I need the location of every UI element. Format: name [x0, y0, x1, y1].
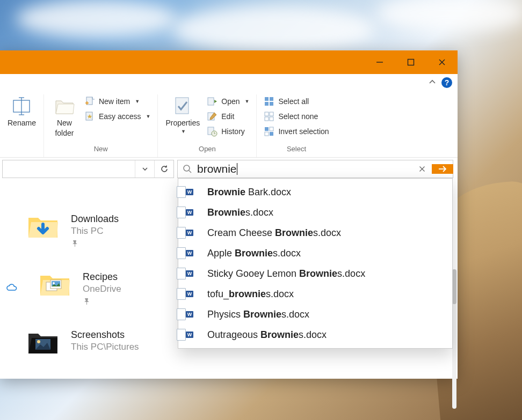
new-item-button[interactable]: New item ▼	[83, 95, 153, 107]
close-button[interactable]	[426, 50, 458, 74]
address-history-button[interactable]	[135, 160, 154, 178]
select-all-button[interactable]: Select all	[262, 95, 330, 107]
suggestion-item[interactable]: WSticky Gooey Lemon Brownies.docx	[178, 263, 452, 284]
history-button[interactable]: History	[205, 126, 251, 137]
folder-name: Recipes	[83, 271, 121, 283]
help-icon[interactable]: ?	[441, 77, 452, 88]
clear-search-button[interactable]	[412, 165, 432, 173]
word-document-icon: W	[186, 308, 198, 320]
word-document-icon: W	[186, 247, 198, 259]
file-explorer-window: ? Rename . New fold	[0, 50, 458, 379]
edit-label: Edit	[221, 112, 234, 121]
word-document-icon: W	[186, 268, 198, 279]
suggestion-text: Outrageous Brownies.docx	[207, 329, 327, 341]
pin-icon	[83, 298, 121, 307]
caret-down-icon: ▼	[135, 99, 140, 104]
history-icon	[207, 126, 218, 137]
properties-label: Properties	[165, 119, 200, 127]
easy-access-button[interactable]: Easy access ▼	[83, 110, 153, 122]
suggestion-item[interactable]: WOutrageous Brownies.docx	[178, 325, 452, 345]
rename-icon	[11, 95, 32, 117]
open-icon	[207, 96, 218, 107]
invert-selection-icon	[264, 126, 274, 137]
scrollbar[interactable]	[452, 269, 456, 409]
search-input[interactable]: brownie	[197, 163, 412, 175]
suggestion-item[interactable]: WCream Cheese Brownies.docx	[178, 223, 452, 243]
suggestion-text: Apple Brownies.docx	[207, 248, 301, 259]
select-none-icon	[264, 111, 274, 122]
open-button[interactable]: Open ▼	[205, 95, 251, 107]
suggestion-item[interactable]: WPhysics Brownies.docx	[178, 304, 452, 325]
folder-name: Downloads	[71, 213, 119, 225]
properties-button[interactable]: Properties ▼	[163, 94, 202, 135]
folder-icon	[27, 212, 59, 240]
new-folder-button[interactable]: New folder	[49, 94, 79, 138]
scrollbar-thumb[interactable]	[452, 269, 456, 304]
group-new-label: New	[94, 143, 108, 156]
svg-rect-11	[176, 98, 189, 114]
svg-point-39	[37, 340, 40, 343]
suggestion-item[interactable]: WApple Brownies.docx	[178, 243, 452, 263]
folder-icon	[39, 270, 71, 298]
edit-button[interactable]: Edit	[205, 110, 251, 122]
edit-icon	[207, 111, 218, 122]
titlebar	[0, 50, 458, 74]
svg-point-29	[184, 165, 190, 171]
rename-label: Rename	[8, 119, 36, 127]
word-document-icon: W	[186, 329, 198, 341]
suggestion-text: Sticky Gooey Lemon Brownies.docx	[207, 268, 365, 279]
svg-rect-22	[270, 112, 273, 116]
search-query-text: brownie	[197, 163, 237, 175]
search-go-button[interactable]	[432, 164, 453, 174]
svg-rect-19	[265, 102, 269, 106]
maximize-button[interactable]	[395, 50, 426, 74]
easy-access-label: Easy access	[99, 112, 141, 121]
caret-down-icon: ▼	[146, 114, 151, 119]
new-folder-icon	[54, 95, 75, 117]
invert-selection-button[interactable]: Invert selection	[262, 126, 330, 137]
svg-rect-18	[270, 97, 273, 101]
minimize-button[interactable]	[364, 50, 395, 74]
caret-down-icon: ▼	[245, 99, 250, 104]
svg-rect-20	[270, 102, 273, 106]
svg-rect-27	[265, 132, 269, 136]
svg-rect-1	[408, 60, 414, 65]
search-suggestions-popup: WBrownie Bark.docxWBrownies.docxWCream C…	[178, 178, 453, 349]
select-none-button[interactable]: Select none	[262, 110, 330, 122]
collapse-ribbon-button[interactable]	[429, 78, 436, 87]
select-all-label: Select all	[278, 97, 309, 106]
svg-point-37	[53, 282, 55, 284]
new-folder-label2: folder	[55, 129, 74, 137]
folder-item[interactable]: ScreenshotsThis PC\Pictures	[27, 328, 139, 356]
svg-rect-26	[270, 127, 273, 131]
group-open-label: Open	[199, 143, 216, 156]
rename-button[interactable]: Rename	[5, 94, 38, 128]
folder-icon	[27, 328, 59, 356]
new-item-icon	[84, 96, 95, 107]
select-all-icon	[264, 96, 274, 107]
open-label: Open	[221, 97, 240, 106]
search-bar[interactable]: brownie	[177, 160, 453, 178]
word-document-icon: W	[186, 288, 198, 300]
svg-rect-12	[208, 98, 214, 105]
address-bar[interactable]	[2, 160, 174, 178]
suggestion-item[interactable]: WBrownies.docx	[178, 202, 452, 223]
history-label: History	[221, 127, 245, 136]
refresh-button[interactable]	[154, 160, 173, 178]
word-document-icon: W	[186, 186, 198, 198]
group-select-label: Select	[287, 143, 306, 156]
folder-name: Screenshots	[71, 329, 139, 341]
svg-line-30	[189, 171, 191, 173]
svg-rect-24	[270, 117, 273, 121]
new-item-label: New item	[99, 97, 130, 106]
folder-item[interactable]: DownloadsThis PC	[27, 212, 139, 249]
caret-down-icon: ▼	[181, 129, 186, 134]
suggestion-item[interactable]: WBrownie Bark.docx	[178, 182, 452, 202]
svg-rect-25	[265, 127, 269, 131]
ribbon-header: ?	[0, 74, 458, 91]
suggestion-text: tofu_brownies.docx	[207, 289, 294, 300]
suggestion-item[interactable]: Wtofu_brownies.docx	[178, 284, 452, 304]
folder-item[interactable]: RecipesOneDrive	[27, 270, 139, 307]
ribbon: Rename . New folder	[0, 91, 458, 158]
pin-icon	[71, 240, 119, 249]
